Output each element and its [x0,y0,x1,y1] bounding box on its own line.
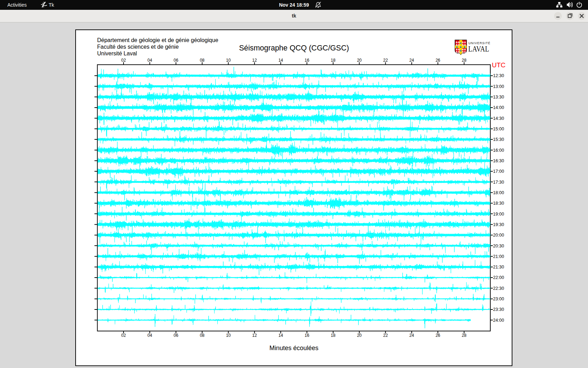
svg-text:20: 20 [357,333,362,338]
svg-text:19:30: 19:30 [493,222,504,227]
svg-text:10: 10 [226,58,231,63]
svg-text:18: 18 [331,58,336,63]
svg-text:UTC: UTC [492,61,505,69]
svg-text:12:30: 12:30 [493,73,504,78]
svg-text:16:00: 16:00 [493,148,504,153]
svg-text:02: 02 [121,58,126,63]
svg-text:22: 22 [383,333,388,338]
svg-text:14:00: 14:00 [493,105,504,110]
svg-text:13:00: 13:00 [493,84,504,89]
svg-text:16:30: 16:30 [493,158,504,163]
svg-text:17:00: 17:00 [493,169,504,174]
svg-text:Minutes écoulées: Minutes écoulées [270,345,318,352]
svg-text:24: 24 [410,333,414,338]
svg-text:21:00: 21:00 [493,254,504,259]
svg-text:22: 22 [383,58,388,63]
svg-text:26: 26 [435,333,440,338]
svg-text:12: 12 [252,58,257,63]
svg-text:Tk: Tk [49,2,55,8]
svg-text:20:30: 20:30 [493,244,504,248]
svg-text:Département de géologie et de: Département de géologie et de génie géol… [97,37,218,43]
svg-text:16: 16 [304,333,309,338]
svg-text:21:30: 21:30 [493,265,504,270]
svg-text:10: 10 [226,333,231,338]
svg-text:tk: tk [292,13,296,19]
svg-text:26: 26 [435,58,440,63]
svg-text:04: 04 [147,333,152,338]
svg-text:14:30: 14:30 [493,116,504,121]
svg-text:15:30: 15:30 [493,137,504,142]
svg-text:12: 12 [252,333,257,338]
svg-text:20: 20 [357,58,362,63]
svg-text:Faculté des sciences et de gén: Faculté des sciences et de génie [97,44,179,50]
svg-text:Nov 24 18:59: Nov 24 18:59 [279,2,309,8]
svg-text:08: 08 [200,58,205,63]
svg-text:15:00: 15:00 [493,127,504,131]
svg-text:17:30: 17:30 [493,180,504,185]
svg-text:19:00: 19:00 [493,212,504,217]
svg-text:20:00: 20:00 [493,233,504,238]
svg-text:08: 08 [200,333,205,338]
svg-text:Séismographe QCQ (CGC/GSC): Séismographe QCQ (CGC/GSC) [239,44,349,52]
svg-text:24: 24 [410,58,414,63]
svg-text:22:30: 22:30 [493,286,504,291]
svg-text:LAVAL: LAVAL [468,44,489,53]
svg-text:13:30: 13:30 [493,95,504,100]
svg-text:02: 02 [121,333,126,338]
svg-text:28: 28 [462,58,467,63]
svg-text:14: 14 [278,58,283,63]
svg-text:18: 18 [331,333,336,338]
svg-text:06: 06 [174,333,178,338]
svg-text:23:30: 23:30 [493,307,504,312]
svg-text:22:00: 22:00 [493,275,504,280]
svg-text:Université Laval: Université Laval [97,50,137,56]
svg-text:23:00: 23:00 [493,297,504,301]
svg-text:16: 16 [304,58,309,63]
svg-text:24:00: 24:00 [493,318,504,323]
svg-text:Activities: Activities [7,2,27,8]
svg-text:18:30: 18:30 [493,201,504,206]
svg-text:04: 04 [147,58,152,63]
svg-text:06: 06 [174,58,178,63]
svg-text:28: 28 [462,333,467,338]
svg-text:18:00: 18:00 [493,190,504,195]
svg-text:14: 14 [278,333,283,338]
